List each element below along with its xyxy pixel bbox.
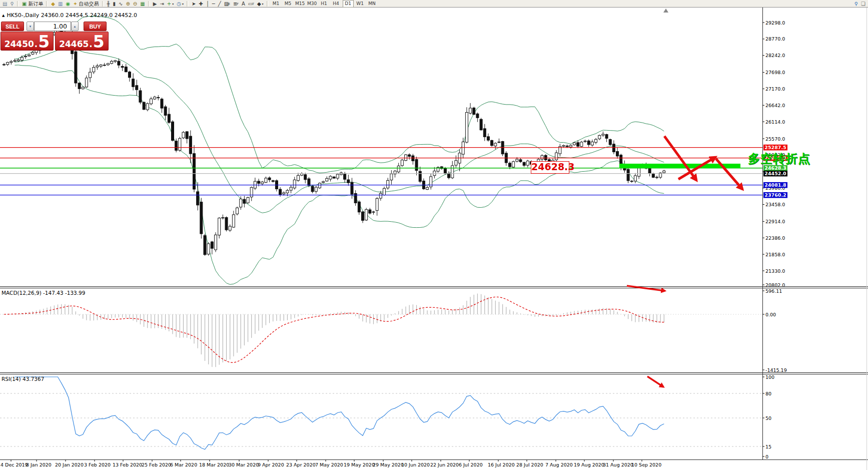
fibonacci-icon-sub: F bbox=[237, 1, 238, 7]
text-icon: A bbox=[242, 1, 245, 7]
svg-text:18 Mar 2020: 18 Mar 2020 bbox=[199, 462, 229, 467]
chevron-down-icon: ▾ bbox=[262, 1, 264, 7]
svg-text:7 May 2020: 7 May 2020 bbox=[315, 462, 343, 467]
svg-text:28242.0: 28242.0 bbox=[765, 53, 785, 58]
sell-button[interactable]: SELL bbox=[1, 22, 24, 31]
svg-text:26642.0: 26642.0 bbox=[765, 103, 785, 108]
svg-text:28 Jul 2020: 28 Jul 2020 bbox=[516, 462, 543, 467]
horizontal-line-icon[interactable]: ─ bbox=[211, 1, 216, 7]
volume-decrease-button[interactable]: ▼ bbox=[27, 22, 34, 31]
indicators-icon[interactable]: +▾ bbox=[166, 1, 175, 7]
candlestick-chart-icon: ▮ bbox=[113, 1, 116, 7]
tf-button-W1[interactable]: W1 bbox=[355, 0, 366, 8]
tf-button-M15[interactable]: M15 bbox=[295, 0, 306, 8]
arrows-icon[interactable]: ◆▾ bbox=[256, 1, 265, 7]
chevron-down-icon: ▾ bbox=[182, 1, 184, 7]
svg-text:27170.0: 27170.0 bbox=[765, 86, 785, 92]
history-center-icon[interactable]: ◆ bbox=[50, 1, 56, 7]
sell-price-main: 24450 bbox=[5, 40, 34, 49]
indicators-icon: + bbox=[167, 1, 171, 7]
price-axis[interactable]: 29298.028770.028242.027698.027170.026642… bbox=[762, 20, 787, 459]
vertical-line-icon[interactable]: │ bbox=[205, 1, 210, 7]
zoom-out-icon[interactable]: ⊖ bbox=[132, 1, 138, 7]
svg-text:6 Mar 2020: 6 Mar 2020 bbox=[170, 462, 197, 467]
trendline-icon[interactable]: ╱ bbox=[217, 1, 222, 7]
signals-icon: ◉ bbox=[66, 1, 70, 7]
chart-canvas[interactable]: 29298.028770.028242.027698.027170.026642… bbox=[0, 0, 868, 470]
chart-caption-icon: ▲ bbox=[2, 14, 5, 18]
chart-shift-icon[interactable]: ⇥ bbox=[159, 1, 165, 7]
trend-arrow[interactable] bbox=[716, 159, 742, 189]
svg-text:29 May 2020: 29 May 2020 bbox=[373, 462, 404, 467]
chat-icon[interactable]: ❏ bbox=[860, 1, 866, 7]
svg-text:31 Aug 2020: 31 Aug 2020 bbox=[603, 462, 633, 467]
cursor-icon[interactable]: ➤ bbox=[191, 1, 197, 7]
autotrading-button[interactable]: ✦自动交易 bbox=[72, 1, 100, 7]
trend-arrow[interactable] bbox=[647, 376, 663, 387]
levels-layer[interactable] bbox=[0, 148, 762, 195]
toolbar-separator bbox=[102, 1, 104, 7]
tf-button-D1[interactable]: D1 bbox=[343, 0, 354, 8]
tf-button-M1[interactable]: M1 bbox=[271, 0, 282, 8]
bar-chart-icon[interactable]: ╫ bbox=[106, 1, 111, 7]
crosshair-icon[interactable]: ✚ bbox=[198, 1, 204, 7]
buy-button[interactable]: BUY bbox=[84, 22, 107, 31]
text-icon[interactable]: A bbox=[241, 1, 246, 7]
data-window-icon[interactable]: ⚲ bbox=[9, 1, 15, 7]
svg-text:25287.5: 25287.5 bbox=[764, 145, 786, 150]
buy-price-display[interactable]: 24465.5 bbox=[55, 32, 109, 51]
svg-text:10 Sep 2020: 10 Sep 2020 bbox=[631, 462, 661, 467]
candlestick-chart-icon[interactable]: ▮ bbox=[112, 1, 117, 7]
svg-text:25 Feb 2020: 25 Feb 2020 bbox=[142, 462, 171, 467]
tf-button-M30[interactable]: M30 bbox=[307, 0, 318, 8]
periods-icon[interactable]: ◷▾ bbox=[176, 1, 185, 7]
turning-point-annotation[interactable]: 多空转折点 bbox=[748, 151, 810, 167]
fibonacci-icon[interactable]: ≣F bbox=[232, 1, 240, 7]
sell-price-dot: . bbox=[35, 40, 38, 49]
svg-text:25570.0: 25570.0 bbox=[765, 136, 785, 142]
macd-layer bbox=[0, 294, 762, 367]
sell-price-display[interactable]: 24450.5 bbox=[1, 32, 54, 51]
tf-button-M5[interactable]: M5 bbox=[283, 0, 294, 8]
terminal-icon[interactable]: ▥ bbox=[57, 1, 64, 7]
svg-text:27698.0: 27698.0 bbox=[765, 70, 785, 75]
tf-button-MN[interactable]: MN bbox=[367, 0, 378, 8]
svg-text:3 Feb 2020: 3 Feb 2020 bbox=[84, 462, 111, 467]
tf-button-H4[interactable]: H4 bbox=[331, 0, 342, 8]
terminal-icon: ▥ bbox=[58, 1, 63, 7]
svg-text:596.11: 596.11 bbox=[765, 288, 782, 294]
chart-window-icon[interactable]: ▤ bbox=[2, 1, 8, 7]
sell-price-pips: 5 bbox=[38, 35, 50, 49]
svg-text:20 Jan 2020: 20 Jan 2020 bbox=[55, 462, 84, 467]
vertical-line-icon: │ bbox=[206, 1, 209, 7]
volume-input[interactable] bbox=[34, 22, 71, 31]
data-window-icon: ⚲ bbox=[10, 1, 14, 7]
toolbar-right: ⚲❏ bbox=[853, 1, 867, 7]
new-order-button[interactable]: ▣新订单 bbox=[21, 1, 44, 7]
chevron-up-icon: ▲ bbox=[74, 25, 77, 28]
autotrading-button: ✦ bbox=[73, 1, 77, 7]
volume-increase-button[interactable]: ▲ bbox=[71, 22, 79, 31]
candles-layer bbox=[3, 29, 665, 256]
tf-button-H1[interactable]: H1 bbox=[319, 0, 330, 8]
tile-windows-icon: ▦ bbox=[140, 1, 145, 7]
line-chart-icon[interactable]: ∿ bbox=[118, 1, 124, 7]
auto-scroll-icon[interactable]: ▶ bbox=[152, 1, 158, 7]
tile-windows-icon[interactable]: ▦ bbox=[139, 1, 146, 7]
price-tag-label[interactable]: 24628.3 bbox=[531, 161, 569, 174]
search-icon: ⚲ bbox=[854, 1, 858, 7]
signals-icon[interactable]: ◉ bbox=[65, 1, 71, 7]
toolbar: ▤⚲▣新订单◆▥◉✦自动交易╫▮∿⊕⊖▦▶⇥+▾◷▾➤✚│─╱▨E≣FA▭T◆▾… bbox=[0, 0, 868, 8]
svg-text:15: 15 bbox=[765, 444, 771, 449]
label-icon[interactable]: ▭T bbox=[247, 1, 255, 7]
date-axis[interactable]: 4 Dec 20198 Jan 202020 Jan 20203 Feb 202… bbox=[1, 460, 661, 467]
svg-text:6 Jul 2020: 6 Jul 2020 bbox=[459, 462, 483, 467]
search-icon[interactable]: ⚲ bbox=[853, 1, 859, 7]
bollinger-layer bbox=[15, 17, 664, 285]
svg-text:29298.0: 29298.0 bbox=[765, 20, 785, 26]
zoom-in-icon[interactable]: ⊕ bbox=[125, 1, 131, 7]
trendline-icon: ╱ bbox=[218, 1, 221, 7]
channel-icon[interactable]: ▨E bbox=[223, 1, 231, 7]
svg-text:19 May 2020: 19 May 2020 bbox=[344, 462, 375, 467]
svg-text:24452.0: 24452.0 bbox=[764, 171, 786, 176]
